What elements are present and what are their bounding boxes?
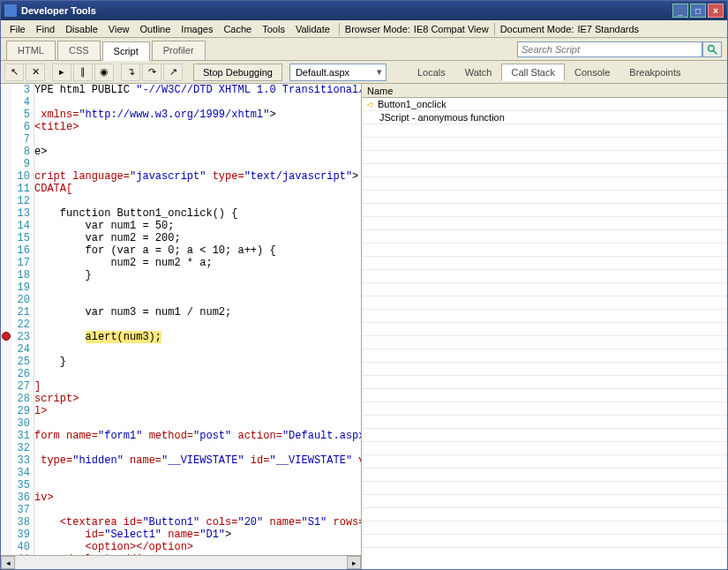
breakpoint-icon[interactable] bbox=[2, 332, 11, 341]
browserModeLabel: Browser Mode: bbox=[343, 22, 412, 36]
code-line[interactable] bbox=[34, 343, 361, 356]
callstack-row[interactable]: JScript - anonymous function bbox=[362, 111, 727, 124]
browserMode[interactable]: IE8 Compat View bbox=[412, 22, 491, 36]
code-line[interactable] bbox=[34, 467, 361, 479]
pointer-tool-button[interactable]: ↖ bbox=[4, 64, 24, 81]
code-line[interactable]: function Button1_onclick() { bbox=[34, 207, 361, 220]
code-line[interactable]: id="Select1" name="D1"> bbox=[34, 529, 361, 541]
callstack-row[interactable]: ➪Button1_onclick bbox=[362, 98, 727, 111]
step-out-button[interactable]: ↗ bbox=[163, 64, 183, 81]
callstack-row-empty bbox=[362, 469, 727, 482]
code-line[interactable]: <textarea id="Button1" cols="20" name="S… bbox=[34, 516, 361, 529]
code-line[interactable]: e> bbox=[34, 146, 361, 158]
tab-profiler[interactable]: Profiler bbox=[152, 41, 206, 60]
menu-cache[interactable]: Cache bbox=[218, 22, 257, 36]
menu-view[interactable]: View bbox=[103, 22, 135, 36]
code-line[interactable]: var num3 = num1 / num2; bbox=[34, 306, 361, 319]
code-line[interactable]: script> bbox=[34, 393, 361, 405]
code-line[interactable] bbox=[34, 504, 361, 516]
tab-html[interactable]: HTML bbox=[6, 41, 56, 60]
code-line[interactable]: xmlns="http://www.w3.org/1999/xhtml"> bbox=[34, 109, 361, 121]
menu-images[interactable]: Images bbox=[176, 22, 218, 36]
menu-tools[interactable]: Tools bbox=[257, 22, 290, 36]
code-line[interactable] bbox=[34, 281, 361, 294]
debug-toolbar: ↖ ✕ ▸ ∥ ◉ ↴ ↷ ↗ Stop Debugging Default.a… bbox=[1, 61, 727, 84]
code-line[interactable]: num2 = num2 * a; bbox=[34, 257, 361, 269]
code-line[interactable]: var num2 = 200; bbox=[34, 232, 361, 244]
code-line[interactable]: alert(num3); bbox=[34, 331, 361, 343]
scroll-left-icon[interactable]: ◂ bbox=[1, 556, 15, 569]
code-line[interactable] bbox=[34, 368, 361, 380]
tab-css[interactable]: CSS bbox=[57, 41, 101, 60]
debug-tab-call-stack[interactable]: Call Stack bbox=[501, 64, 565, 81]
menu-validate[interactable]: Validate bbox=[290, 22, 335, 36]
search-button[interactable] bbox=[702, 41, 722, 57]
code-line[interactable] bbox=[34, 294, 361, 306]
callstack-row-empty bbox=[362, 416, 727, 429]
callstack-row-empty bbox=[362, 389, 727, 402]
code-line[interactable] bbox=[34, 479, 361, 491]
code-line[interactable]: for (var a = 0; a < 10; a++) { bbox=[34, 244, 361, 257]
debug-tab-locals[interactable]: Locals bbox=[408, 64, 455, 81]
code-line[interactable]: <title> bbox=[34, 121, 361, 133]
code-line[interactable]: CDATA[ bbox=[34, 183, 361, 195]
code-line[interactable] bbox=[34, 133, 361, 146]
code-line[interactable]: } bbox=[34, 356, 361, 368]
code-line[interactable]: } bbox=[34, 269, 361, 281]
minimize-button[interactable]: _ bbox=[672, 4, 688, 18]
pause-button[interactable]: ∥ bbox=[73, 64, 93, 81]
clear-button[interactable]: ✕ bbox=[26, 64, 45, 81]
code-line[interactable]: YPE html PUBLIC "-//W3C//DTD XHTML 1.0 T… bbox=[34, 84, 361, 96]
code-line[interactable] bbox=[34, 319, 361, 331]
callstack-row-empty bbox=[362, 138, 727, 151]
callstack-row-empty bbox=[362, 283, 727, 296]
current-frame-icon: ➪ bbox=[367, 100, 374, 109]
code-line[interactable]: type="hidden" name="__VIEWSTATE" id="__V… bbox=[34, 454, 361, 467]
tab-script[interactable]: Script bbox=[102, 41, 150, 61]
svg-point-0 bbox=[708, 45, 714, 51]
code-text[interactable]: YPE html PUBLIC "-//W3C//DTD XHTML 1.0 T… bbox=[34, 84, 361, 555]
close-button[interactable]: × bbox=[708, 4, 724, 18]
breakpoint-gutter[interactable] bbox=[1, 84, 11, 555]
step-over-button[interactable]: ↷ bbox=[142, 64, 161, 81]
callstack-row-empty bbox=[362, 482, 727, 495]
code-line[interactable]: ] bbox=[34, 380, 361, 393]
code-line[interactable] bbox=[34, 158, 361, 170]
callstack-row-empty bbox=[362, 508, 727, 521]
callstack-row-empty bbox=[362, 204, 727, 217]
docModeLabel: Document Mode: bbox=[499, 22, 576, 36]
code-line[interactable]: var num1 = 50; bbox=[34, 220, 361, 232]
code-line[interactable]: l> bbox=[34, 405, 361, 417]
code-line[interactable]: <option></option> bbox=[34, 541, 361, 553]
code-line[interactable]: cript language="javascript" type="text/j… bbox=[34, 170, 361, 183]
stop-debugging-button[interactable]: Stop Debugging bbox=[193, 64, 282, 81]
code-line[interactable]: form name="form1" method="post" action="… bbox=[34, 430, 361, 442]
break-all-button[interactable]: ◉ bbox=[94, 64, 114, 81]
search-input[interactable] bbox=[517, 41, 702, 57]
code-panel: 3456789101112131415161718192021222324252… bbox=[1, 84, 361, 569]
svg-line-1 bbox=[713, 50, 717, 54]
code-line[interactable] bbox=[34, 195, 361, 207]
menu-outline[interactable]: Outline bbox=[134, 22, 176, 36]
menu-find[interactable]: Find bbox=[31, 22, 60, 36]
callstack-row-empty bbox=[362, 402, 727, 416]
file-selector[interactable]: Default.aspx bbox=[289, 64, 387, 81]
debug-tab-console[interactable]: Console bbox=[565, 64, 619, 81]
code-line[interactable] bbox=[34, 442, 361, 454]
debug-tab-watch[interactable]: Watch bbox=[455, 64, 502, 81]
docMode[interactable]: IE7 Standards bbox=[575, 22, 641, 36]
menu-disable[interactable]: Disable bbox=[60, 22, 103, 36]
main-tabs: HTMLCSSScriptProfiler bbox=[1, 38, 727, 61]
code-line[interactable] bbox=[34, 96, 361, 109]
code-line[interactable] bbox=[34, 417, 361, 430]
step-into-button[interactable]: ↴ bbox=[121, 64, 140, 81]
continue-button[interactable]: ▸ bbox=[52, 64, 71, 81]
line-numbers: 3456789101112131415161718192021222324252… bbox=[11, 84, 34, 555]
code-line[interactable]: iv> bbox=[34, 491, 361, 504]
horizontal-scrollbar[interactable]: ◂ ▸ bbox=[1, 555, 361, 569]
debug-tab-breakpoints[interactable]: Breakpoints bbox=[619, 64, 690, 81]
menu-file[interactable]: File bbox=[4, 22, 31, 36]
scroll-right-icon[interactable]: ▸ bbox=[347, 556, 361, 569]
maximize-button[interactable]: □ bbox=[690, 4, 706, 18]
callstack-row-empty bbox=[362, 376, 727, 389]
